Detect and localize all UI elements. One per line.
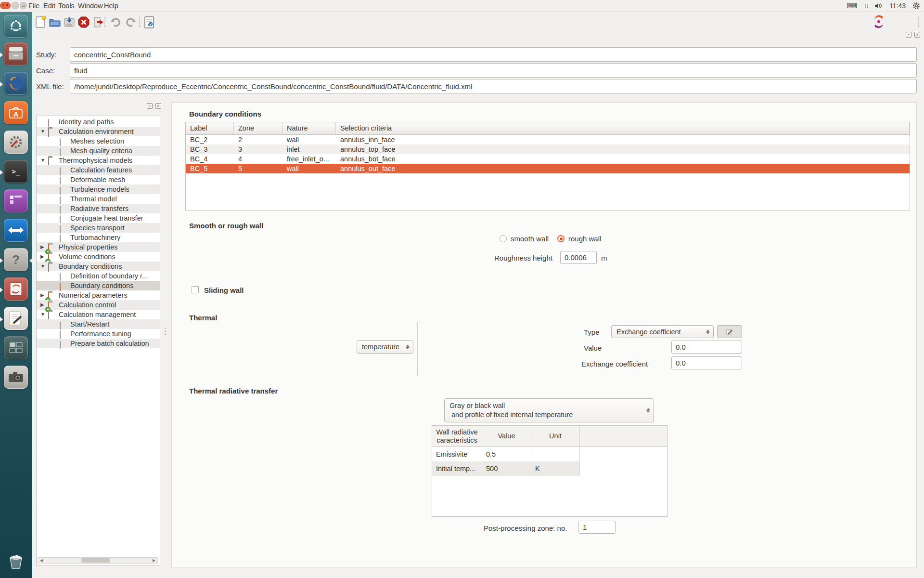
tree-item[interactable]: Identity and paths	[37, 117, 160, 127]
tree-item[interactable]: Turbomachinery	[37, 233, 160, 242]
tree-item[interactable]: Conjugate heat transfer	[37, 213, 160, 223]
tree-item[interactable]: Turbulence models	[37, 184, 160, 194]
tree-item[interactable]: ▼Boundary conditions	[37, 262, 160, 271]
window-minimize-button[interactable]: −	[12, 2, 19, 9]
launcher-item-teamviewer[interactable]	[4, 219, 28, 242]
tree-item[interactable]: Radiative transfers	[37, 204, 160, 213]
close-file-button[interactable]	[77, 14, 91, 30]
table-row-selected[interactable]: BC_5 5 wall annulus_out_face	[186, 164, 910, 173]
dock-float-button[interactable]: ▫	[147, 103, 153, 109]
table-row[interactable]: Emissivite 0.5	[432, 447, 667, 461]
column-header[interactable]: Wall radiativecaracteristics	[432, 426, 482, 447]
scroll-left-icon[interactable]: ◀	[38, 558, 45, 563]
thermal-type-combo[interactable]: Exchange coefficient	[611, 325, 714, 338]
launcher-item-help[interactable]: ?	[4, 248, 28, 271]
xml-file-input[interactable]	[70, 79, 917, 93]
open-file-button[interactable]	[48, 14, 62, 30]
dock-float-button[interactable]: ▫	[906, 32, 911, 38]
scroll-right-icon[interactable]: ▶	[151, 558, 157, 563]
launcher-item-workspace-switcher[interactable]	[4, 336, 28, 359]
menu-help[interactable]: Help	[102, 0, 120, 12]
table-row[interactable]: BC_3 3 inlet annulus_top_face	[186, 144, 910, 154]
tree-item[interactable]: ▶Numerical parameters	[37, 290, 160, 300]
launcher-item-code-saturne-doc[interactable]	[4, 277, 28, 301]
tree-item[interactable]: Deformable mesh	[37, 175, 160, 184]
tree-item[interactable]: Thermal model	[37, 194, 160, 204]
tree-item[interactable]: ▼Calculation environment	[37, 127, 160, 136]
tree-item[interactable]: ▼Thermophysical models	[37, 156, 160, 165]
rough-wall-label[interactable]: rough wall	[568, 235, 601, 243]
column-header[interactable]: Unit	[531, 426, 580, 447]
tree-item[interactable]: Start/Restart	[37, 319, 160, 329]
menu-window[interactable]: Window	[76, 0, 105, 12]
tree-item[interactable]: ▼Calculation management	[37, 310, 160, 319]
tree-item[interactable]: Mesh quality criteria	[37, 146, 160, 156]
table-row[interactable]: Initial temp... 500 K	[432, 461, 667, 476]
tree-item-selected[interactable]: Boundary conditions	[37, 281, 160, 290]
tree-horizontal-scrollbar[interactable]: ◀ ▶	[38, 557, 158, 564]
launcher-item-firefox[interactable]	[4, 72, 28, 95]
spinner-arrows-icon[interactable]	[406, 345, 410, 349]
tree-item[interactable]: Performance tuning	[37, 329, 160, 339]
quit-button[interactable]	[91, 14, 105, 30]
case-input[interactable]	[70, 63, 917, 78]
window-maximize-button[interactable]: ▢	[20, 2, 27, 9]
launcher-item-screenshot[interactable]	[4, 366, 28, 389]
launcher-item-archive-tool[interactable]: A	[4, 101, 28, 124]
save-file-button[interactable]	[62, 14, 77, 30]
thermal-variable-combo[interactable]: temperature	[357, 340, 413, 354]
clock[interactable]: 11:43	[889, 2, 906, 10]
tree-item[interactable]: Species transport	[37, 223, 160, 233]
launcher-item-ubuntu-dash[interactable]	[4, 14, 28, 38]
roughness-height-input[interactable]	[560, 251, 597, 264]
expander-expanded-icon[interactable]: ▼	[40, 127, 47, 136]
volume-icon[interactable]	[874, 2, 883, 9]
launcher-item-trash[interactable]	[4, 549, 28, 572]
tree-item[interactable]: ▶Physical properties	[37, 242, 160, 252]
menu-tools[interactable]: Tools	[56, 0, 77, 12]
tree-item[interactable]: Definition of boundary r...	[37, 271, 160, 281]
case-info-button[interactable]	[142, 14, 156, 30]
expander-expanded-icon[interactable]: ▼	[40, 262, 47, 271]
launcher-item-software-app[interactable]	[4, 189, 28, 212]
expander-expanded-icon[interactable]: ▼	[40, 310, 47, 319]
tree-item[interactable]: Meshes selection	[37, 136, 160, 146]
menu-edit[interactable]: Edit	[41, 0, 57, 12]
column-header[interactable]: Selection criteria	[336, 122, 910, 134]
redo-button[interactable]	[124, 14, 138, 30]
formula-editor-button[interactable]	[717, 325, 742, 338]
network-icon[interactable]: ↑↓	[864, 2, 868, 9]
launcher-item-system-settings[interactable]	[4, 131, 28, 154]
launcher-item-file-cabinet[interactable]	[4, 42, 28, 66]
scrollbar-thumb[interactable]	[81, 558, 110, 563]
dock-close-button[interactable]: ×	[155, 103, 161, 109]
window-close-button[interactable]: ×	[3, 2, 11, 9]
column-header[interactable]: Zone	[234, 122, 282, 134]
launcher-item-terminal[interactable]: >_	[4, 160, 28, 183]
value-input[interactable]	[671, 341, 742, 354]
post-processing-zone-input[interactable]	[578, 521, 616, 534]
tree-item[interactable]: ▶Calculation control	[37, 300, 160, 310]
splitter-handle[interactable]	[165, 328, 166, 335]
tree-item[interactable]: Calculation features	[37, 165, 160, 175]
spinner-arrows-icon[interactable]	[646, 408, 650, 413]
table-row[interactable]: BC_4 4 free_inlet_o... annulus_bot_face	[186, 154, 910, 164]
undo-button[interactable]	[108, 14, 123, 30]
exchange-coefficient-input[interactable]	[671, 356, 742, 369]
new-file-button[interactable]	[33, 14, 48, 30]
column-header[interactable]: Label	[186, 122, 234, 134]
dock-close-button[interactable]: ×	[914, 32, 920, 38]
launcher-item-text-editor[interactable]	[4, 307, 28, 330]
keyboard-indicator-icon[interactable]: ⌨	[847, 1, 857, 10]
column-header[interactable]: Value	[482, 426, 531, 447]
tree-item[interactable]: ▶Volume conditions	[37, 252, 160, 262]
tree-item[interactable]: Prepare batch calculation	[37, 339, 160, 348]
rough-wall-radio[interactable]	[557, 235, 565, 242]
spinner-arrows-icon[interactable]	[706, 329, 710, 334]
smooth-wall-label[interactable]: smooth wall	[511, 235, 549, 243]
smooth-wall-radio[interactable]	[500, 235, 507, 242]
study-input[interactable]	[70, 47, 917, 62]
expander-expanded-icon[interactable]: ▼	[40, 156, 47, 165]
menu-file[interactable]: File	[26, 0, 41, 12]
table-row[interactable]: BC_2 2 wall annulus_inn_face	[186, 135, 910, 144]
